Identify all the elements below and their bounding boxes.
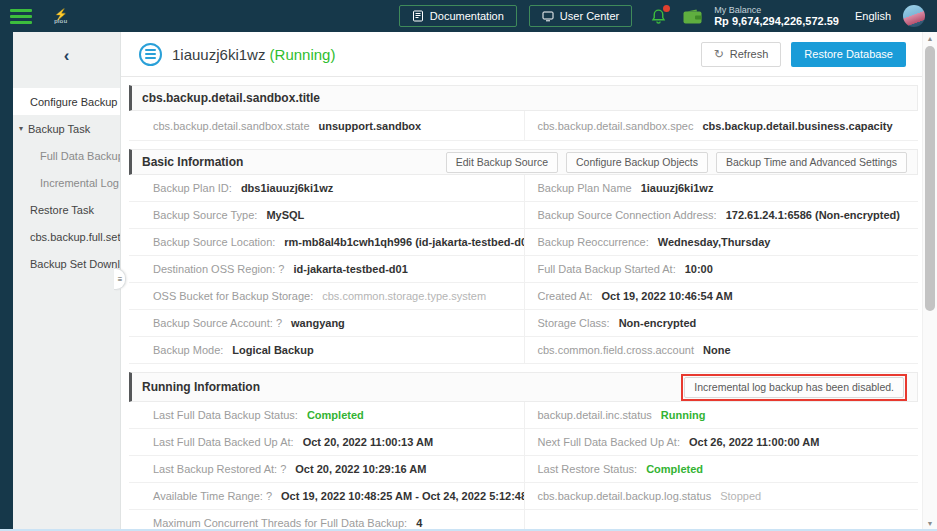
field-label: Next Full Data Backed Up At: [538,436,680,448]
sidebar-item-incremental-log-backup[interactable]: Incremental Log Back... [13,169,120,196]
main-content: 1iauuzj6ki1wz (Running) ↻ Refresh Restor… [121,32,937,531]
field-value: Completed [307,409,364,421]
field-value: Oct 19, 2022 10:48:25 AM - Oct 24, 2022 … [281,490,523,502]
sidebar-collapse-arrow[interactable]: ‹ [64,47,70,64]
info-row: Last Full Data Backup Status:Completed b… [129,402,918,429]
info-row: Backup Source Location:rm-mb8al4b1cwh1qh… [129,229,918,256]
info-row: Last Backup Restored At: ?Oct 20, 2022 1… [129,456,918,483]
refresh-button[interactable]: ↻ Refresh [701,42,782,67]
field-label: Maximum Concurrent Threads for Full Data… [153,517,407,529]
field-value: 4 [416,517,422,529]
documentation-button[interactable]: Documentation [399,5,517,27]
user-center-button[interactable]: User Center [529,5,632,27]
sidebar-item-label: Backup Task [28,123,90,135]
sidebar-item-backup-full-set[interactable]: cbs.backup.full.set [13,223,120,250]
info-row: Destination OSS Region: ?id-jakarta-test… [129,256,918,283]
field-label: cbs.backup.detail.sandbox.spec [538,120,694,132]
field-value: Oct 20, 2022 11:00:13 AM [303,436,433,448]
info-row: Last Full Data Backed Up At:Oct 20, 2022… [129,429,918,456]
app-screen: ⚡ plou Documentation User Center My Bala… [0,0,937,531]
page-title: 1iauuzj6ki1wz (Running) [172,46,335,63]
sidebar-item-full-data-backup[interactable]: Full Data Backup [13,142,120,169]
brand-logo[interactable]: ⚡ plou [54,9,68,24]
wallet-icon[interactable] [683,9,702,24]
field-value: Completed [646,463,703,475]
field-value: unsupport.sandbox [319,120,422,132]
field-label: Destination OSS Region: ? [153,263,284,275]
sidebar-item-configure-backup-task[interactable]: Configure Backup Tas... [13,88,120,115]
field-value: 10:00 [685,263,713,275]
section-title: cbs.backup.detail.sandbox.title [142,91,320,105]
field-label: backup.detail.inc.status [538,409,652,421]
scroll-up-button[interactable]: ▲ [927,32,934,46]
language-selector[interactable]: English [855,10,891,22]
field-label: Backup Source Type: [153,209,257,221]
field-value: Stopped [720,490,761,502]
field-label: Backup Mode: [153,344,223,356]
restore-database-button[interactable]: Restore Database [791,42,906,67]
field-value: cbs.common.storage.type.system [322,290,486,302]
field-value: None [703,344,731,356]
field-label: cbs.common.field.cross.account [538,344,695,356]
sidebar-item-label: Configure Backup Tas... [30,96,120,108]
field-label: cbs.backup.detail.sandbox.state [153,120,310,132]
field-value: Oct 19, 2022 10:46:54 AM [602,290,733,302]
basic-section-header: Basic Information Edit Backup Source Con… [129,149,918,175]
section-running-information: Running Information Incremental log back… [129,372,918,531]
field-value: 172.61.24.1:6586 (Non-encrypted) [726,209,900,221]
sidebar: ‹ Configure Backup Tas... ▾ Backup Task … [13,32,121,531]
sidebar-item-label: Incremental Log Back... [40,177,120,189]
backup-time-settings-button[interactable]: Backup Time and Advanced Settings [716,152,907,173]
field-value: 1iauuzj6ki1wz [641,182,714,194]
sidebar-item-backup-set-download[interactable]: Backup Set Download [13,250,120,277]
field-label: Backup Reoccurrence: [538,236,649,248]
refresh-icon: ↻ [714,47,724,61]
avatar[interactable] [903,5,925,27]
field-value: Logical Backup [232,344,313,356]
field-value: dbs1iauuzj6ki1wz [241,182,333,194]
sandbox-section-header: cbs.backup.detail.sandbox.title [129,85,918,111]
topbar: ⚡ plou Documentation User Center My Bala… [0,0,937,32]
field-label: Full Data Backup Started At: [538,263,676,275]
hamburger-menu-icon[interactable] [10,6,32,27]
page-header: 1iauuzj6ki1wz (Running) ↻ Refresh Restor… [121,32,922,77]
scroll-thumb[interactable] [925,46,935,311]
info-row: Backup Source Account: ?wangyang Storage… [129,310,918,337]
edit-backup-source-button[interactable]: Edit Backup Source [446,152,558,173]
info-row: Backup Source Type:MySQL Backup Source C… [129,202,918,229]
brand-caption: plou [54,18,67,24]
info-row: Available Time Range: ?Oct 19, 2022 10:4… [129,483,918,510]
field-label: Available Time Range: ? [153,490,272,502]
sidebar-item-label: Restore Task [30,204,94,216]
sidebar-item-restore-task[interactable]: Restore Task [13,196,120,223]
section-basic-information: Basic Information Edit Backup Source Con… [129,149,918,364]
user-center-label: User Center [560,10,619,22]
field-value: Running [661,409,706,421]
info-row: Backup Plan ID:dbs1iauuzj6ki1wz Backup P… [129,175,918,202]
field-label: Created At: [538,290,593,302]
left-nav-rail [0,32,13,531]
incremental-disabled-notice-button[interactable]: Incremental log backup has been disabled… [684,377,904,398]
user-center-icon [542,10,554,22]
field-label: Backup Source Connection Address: [538,209,717,221]
notification-bell-icon[interactable] [650,8,667,25]
field-label: Last Backup Restored At: ? [153,463,286,475]
info-row: cbs.backup.detail.sandbox.state unsuppor… [129,111,918,141]
info-row: OSS Bucket for Backup Storage:cbs.common… [129,283,918,310]
caret-down-icon: ▾ [19,124,23,133]
refresh-label: Refresh [730,48,769,60]
configure-backup-objects-button[interactable]: Configure Backup Objects [566,152,708,173]
scroll-track[interactable] [923,46,937,517]
document-icon [412,10,424,22]
field-label: Last Full Data Backup Status: [153,409,298,421]
sidebar-item-label: Backup Set Download [30,258,120,270]
field-value: Wednesday,Thursday [658,236,771,248]
sidebar-group-backup-task[interactable]: ▾ Backup Task [13,115,120,142]
field-value: wangyang [291,317,345,329]
field-value: id-jakarta-testbed-d01 [293,263,407,275]
field-label: Last Restore Status: [538,463,638,475]
info-row: Maximum Concurrent Threads for Full Data… [129,510,918,531]
backup-plan-icon [139,43,162,66]
section-title: Basic Information [142,155,243,169]
field-value: rm-mb8al4b1cwh1qh996 (id-jakarta-testbed… [284,236,523,248]
